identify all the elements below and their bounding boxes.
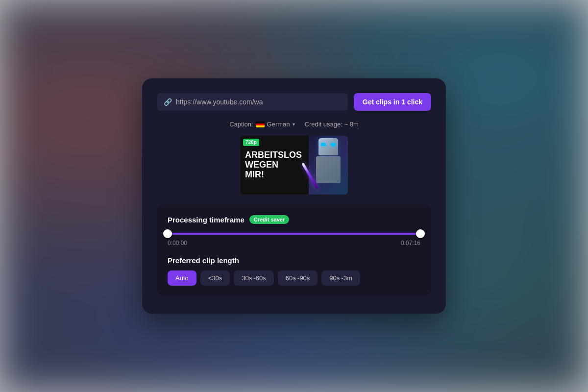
video-thumbnail: 720p ARBEITSLOS WEGEN MIR! [240, 136, 348, 195]
processing-section: Processing timeframe Credit saver 0:00:0… [157, 204, 431, 296]
slider-track [168, 233, 420, 235]
clip-option-90s-3m[interactable]: 90s~3m [321, 270, 360, 286]
german-flag-icon [256, 122, 265, 127]
robot-body [316, 156, 341, 183]
clip-option-60s-90s[interactable]: 60s~90s [278, 270, 318, 286]
clip-option-auto[interactable]: Auto [168, 270, 196, 286]
link-icon: 🔗 [164, 98, 172, 106]
url-value: https://www.youtube.com/wa [176, 98, 263, 106]
thumbnail-title-line1: ARBEITSLOS [245, 150, 304, 160]
caption-label: Caption: [229, 121, 253, 128]
slider-time-start: 0:00:00 [168, 240, 187, 246]
slider-thumb-end[interactable] [416, 229, 425, 238]
thumbnail-title-line3: MIR! [245, 170, 304, 180]
robot-head [318, 138, 338, 155]
clip-option-30s[interactable]: <30s [200, 270, 230, 286]
slider-times: 0:00:00 0:07:16 [168, 240, 420, 246]
clip-length-title: Preferred clip length [168, 256, 420, 265]
credit-usage: Credit usage: ~ 8m [305, 121, 359, 128]
get-clips-button[interactable]: Get clips in 1 click [354, 93, 431, 111]
robot-eye-right [331, 143, 336, 146]
clip-option-30s-60s[interactable]: 30s~60s [234, 270, 274, 286]
credit-label: Credit usage: [305, 121, 343, 128]
robot-figure [311, 138, 345, 192]
slider-thumb-start[interactable] [163, 229, 172, 238]
quality-badge: 720p [243, 139, 259, 146]
thumbnail-title-line2: WEGEN [245, 160, 304, 170]
slider-time-end: 0:07:16 [401, 240, 420, 246]
thumbnail-image-area [309, 136, 348, 195]
meta-row: Caption: German ▾ Credit usage: ~ 8m [157, 121, 431, 128]
chevron-down-icon: ▾ [293, 122, 295, 127]
thumbnail-container: 720p ARBEITSLOS WEGEN MIR! [157, 136, 431, 195]
credit-saver-badge: Credit saver [249, 215, 290, 224]
processing-header: Processing timeframe Credit saver [168, 215, 420, 224]
caption-selector[interactable]: Caption: German ▾ [229, 121, 294, 128]
credit-value: ~ 8m [344, 121, 359, 128]
main-card: 🔗 https://www.youtube.com/wa Get clips i… [142, 78, 446, 314]
caption-language: German [267, 121, 290, 128]
processing-title: Processing timeframe [168, 216, 245, 224]
url-bar: 🔗 https://www.youtube.com/wa Get clips i… [157, 93, 431, 111]
robot-eye-left [321, 143, 326, 146]
url-input-container[interactable]: 🔗 https://www.youtube.com/wa [157, 93, 348, 111]
clip-length-section: Preferred clip length Auto <30s 30s~60s … [168, 256, 420, 286]
timeframe-slider[interactable] [168, 233, 420, 235]
clip-options: Auto <30s 30s~60s 60s~90s 90s~3m [168, 270, 420, 286]
